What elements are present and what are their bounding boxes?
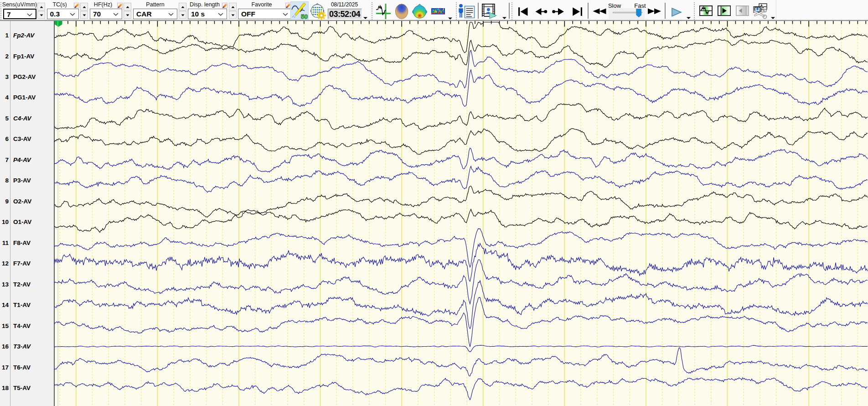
svg-text:14: 14	[2, 302, 9, 308]
svg-text:T5-AV: T5-AV	[13, 385, 31, 391]
svg-text:18: 18	[2, 385, 9, 391]
svg-text:6: 6	[5, 135, 9, 142]
svg-text:P4-AV: P4-AV	[13, 156, 31, 163]
svg-text:C3-AV: C3-AV	[13, 135, 31, 142]
svg-text:12: 12	[2, 260, 9, 267]
svg-text:T2-AV: T2-AV	[13, 281, 31, 288]
svg-text:T6-AV: T6-AV	[13, 364, 31, 371]
svg-text:O1-AV: O1-AV	[13, 219, 31, 225]
svg-text:P3-AV: P3-AV	[13, 177, 31, 184]
svg-text:Fp1-AV: Fp1-AV	[13, 53, 34, 60]
svg-text:F7-AV: F7-AV	[13, 260, 31, 267]
svg-text:8: 8	[5, 177, 9, 184]
svg-text:10: 10	[2, 219, 9, 225]
svg-text:F8-AV: F8-AV	[13, 239, 31, 246]
svg-text:1: 1	[5, 32, 9, 39]
svg-text:Fp2-AV: Fp2-AV	[13, 32, 35, 39]
svg-text:50: 50	[300, 13, 307, 20]
svg-text:PG2-AV: PG2-AV	[13, 73, 36, 80]
svg-text:4: 4	[5, 94, 9, 101]
svg-text:T1-AV: T1-AV	[13, 302, 31, 308]
svg-text:C4-AV: C4-AV	[13, 115, 32, 122]
svg-text:2: 2	[5, 53, 9, 60]
svg-text:7: 7	[5, 156, 9, 163]
svg-text:9: 9	[5, 198, 9, 205]
svg-text:PG1-AV: PG1-AV	[13, 94, 36, 101]
svg-text:17: 17	[2, 364, 9, 371]
svg-text:15: 15	[2, 323, 9, 329]
svg-text:16: 16	[2, 343, 9, 350]
svg-text:11: 11	[2, 239, 9, 246]
svg-text:3: 3	[5, 73, 9, 80]
svg-text:13: 13	[2, 281, 9, 288]
svg-text:5: 5	[5, 115, 9, 122]
svg-text:T4-AV: T4-AV	[13, 323, 31, 329]
svg-text:O2-AV: O2-AV	[13, 198, 31, 205]
svg-text:T3-AV: T3-AV	[13, 343, 31, 350]
